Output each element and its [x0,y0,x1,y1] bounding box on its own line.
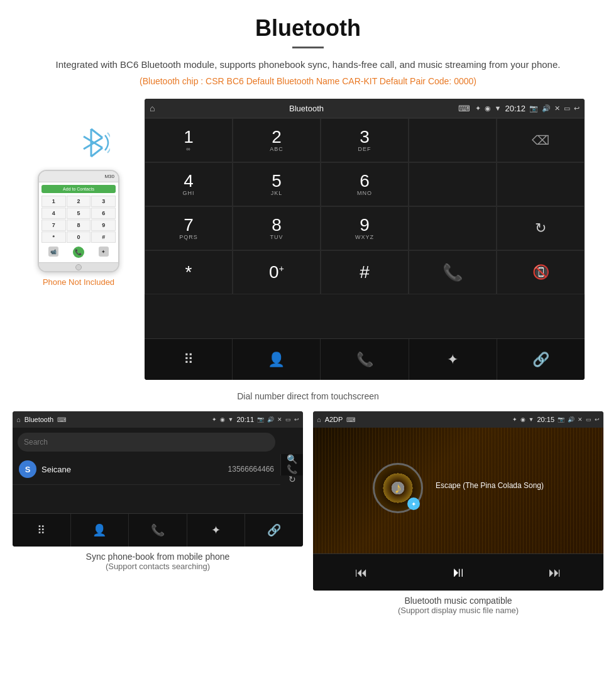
contact-row[interactable]: S Seicane 13566664466 [13,454,280,485]
back-status-icon[interactable]: ↩ [574,104,580,113]
backspace-btn[interactable]: ⌫ [497,118,585,162]
device-screen: ⌂ Bluetooth ⌨ ✦ ◉ ▼ 20:12 📷 🔊 ✕ ▭ ↩ [145,99,585,380]
bluetooth-status-icon: ✦ [475,104,481,113]
pb-bottom-grid[interactable]: ⠿ [13,514,71,547]
pb-bottom-person[interactable]: 👤 [71,514,129,547]
call-red-btn[interactable]: 📵 [497,250,585,294]
key-0[interactable]: 0+ [233,250,321,294]
music-vinyl: ♪ ✦ [373,463,423,513]
key-5[interactable]: 5JKL [233,162,321,206]
usb-icon: ⌨ [458,104,470,113]
main-section: M30 Add to Contacts 1 2 3 4 5 6 7 8 9 * … [0,99,616,380]
music-next-btn[interactable]: ⏭ [539,562,571,584]
music-song-title: Escape (The Pina Colada Song) [436,481,544,490]
music-status-right: ✦ ◉ ▼ 20:15 📷 🔊 ✕ ▭ ↩ [512,416,600,423]
mu-loc-icon: ◉ [520,416,525,423]
bottom-panels: ⌂ Bluetooth ⌨ ✦ ◉ ▼ 20:11 📷 🔊 ✕ ▭ ↩ [0,411,616,633]
phone-key-7[interactable]: 7 [41,219,66,231]
phone-key-9[interactable]: 9 [91,219,116,231]
mu-sig-icon: ▼ [529,416,534,423]
phonebook-home-icon[interactable]: ⌂ [16,416,21,423]
page-description: Integrated with BC6 Bluetooth module, su… [25,57,591,72]
page-title: Bluetooth [25,15,591,42]
phonebook-search[interactable]: Search [18,433,275,452]
empty-cell-1 [409,118,497,162]
reload-btn[interactable]: ↻ [497,206,585,250]
phonebook-panel: ⌂ Bluetooth ⌨ ✦ ◉ ▼ 20:11 📷 🔊 ✕ ▭ ↩ [13,411,303,547]
signal-status-icon: ▼ [495,104,502,112]
music-status-bar: ⌂ A2DP ⌨ ✦ ◉ ▼ 20:15 📷 🔊 ✕ ▭ ↩ [313,411,603,428]
music-usb-icon: ⌨ [346,416,355,423]
mu-win-icon: ▭ [586,416,591,423]
phonebook-caption-line1: Sync phone-book from mobile phone [13,547,303,562]
music-play-btn[interactable]: ⏯ [441,560,475,584]
dialer-person-icon[interactable]: 👤 [233,339,321,380]
key-3[interactable]: 3DEF [321,118,409,162]
call-green-btn[interactable]: 📞 [409,250,497,294]
dialer-bluetooth-icon[interactable]: ✦ [409,339,497,380]
pb-bottom-bt[interactable]: ✦ [187,514,246,547]
phonebook-reload-icon[interactable]: ↻ [289,474,296,484]
music-note-icon: ♪ [394,479,402,497]
phone-key-8[interactable]: 8 [67,219,91,231]
dialer-grid-icon[interactable]: ⠿ [145,339,233,380]
pb-bt-icon: ✦ [212,416,217,423]
phone-key-1[interactable]: 1 [41,196,66,207]
key-4[interactable]: 4GHI [145,162,233,206]
phone-key-6[interactable]: 6 [91,208,116,219]
mu-back-icon[interactable]: ↩ [595,416,600,423]
phone-key-3[interactable]: 3 [91,196,116,207]
phone-extra-btn[interactable]: ✦ [99,247,109,257]
music-status-title: A2DP [325,416,343,423]
phonebook-content: Search S Seicane 13566664466 [13,433,303,485]
phone-key-0[interactable]: 0 [67,231,91,243]
key-1[interactable]: 1∞ [145,118,233,162]
empty-cell-4 [409,206,497,250]
key-hash[interactable]: # [321,250,409,294]
phone-add-contacts: Add to Contacts [41,185,116,193]
phone-body: M30 Add to Contacts 1 2 3 4 5 6 7 8 9 * … [38,170,119,272]
phone-key-star[interactable]: * [41,231,66,243]
phone-key-2[interactable]: 2 [67,196,91,207]
phonebook-status-right: ✦ ◉ ▼ 20:11 📷 🔊 ✕ ▭ ↩ [212,416,299,423]
phonebook-area: Search S Seicane 13566664466 🔍 📞 ↻ [13,433,303,508]
key-2[interactable]: 2ABC [233,118,321,162]
dialer-phone-icon[interactable]: 📞 [321,339,409,380]
page-header: Bluetooth Integrated with BC6 Bluetooth … [0,0,616,99]
key-6[interactable]: 6MNO [321,162,409,206]
phone-key-4[interactable]: 4 [41,208,66,219]
phonebook-phone-icon[interactable]: 📞 [287,464,297,474]
phone-call-btn[interactable]: 📞 [73,247,84,258]
status-title: Bluetooth [160,104,453,113]
pb-bottom-link[interactable]: 🔗 [245,514,303,547]
music-controls: ⏮ ⏯ ⏭ [313,553,603,591]
dialer-link-icon[interactable]: 🔗 [497,339,585,380]
pb-back-icon[interactable]: ↩ [294,416,299,423]
window-status-icon: ▭ [564,104,570,113]
phone-home-btn[interactable] [39,262,118,271]
phone-screen: Add to Contacts 1 2 3 4 5 6 7 8 9 * 0 # … [39,182,118,262]
key-7[interactable]: 7PQRS [145,206,233,250]
key-9[interactable]: 9WXYZ [321,206,409,250]
music-home-icon[interactable]: ⌂ [317,416,321,423]
status-right-icons: ✦ ◉ ▼ 20:12 📷 🔊 ✕ ▭ ↩ [475,104,580,113]
page-specs: (Bluetooth chip : CSR BC6 Default Blueto… [25,76,591,86]
pb-close-icon: ✕ [277,416,282,423]
contact-number: 13566664466 [228,465,274,474]
pb-sig-icon: ▼ [228,416,234,423]
key-8[interactable]: 8TUV [233,206,321,250]
phone-key-hash[interactable]: # [91,231,116,243]
title-divider [292,47,324,48]
phone-video-btn[interactable]: 📹 [48,247,58,257]
empty-cell-2 [409,162,497,206]
phone-mockup-wrap: M30 Add to Contacts 1 2 3 4 5 6 7 8 9 * … [13,99,145,287]
music-player: ♪ ✦ Escape (The Pina Colada Song) // Wil… [313,428,603,553]
pb-bottom-phone[interactable]: 📞 [129,514,187,547]
music-prev-btn[interactable]: ⏮ [345,562,378,584]
key-star[interactable]: * [145,250,233,294]
phonebook-search-icon[interactable]: 🔍 [287,454,297,464]
home-icon[interactable]: ⌂ [150,103,155,113]
location-status-icon: ◉ [485,104,491,113]
phonebook-time: 20:11 [236,416,254,423]
phone-key-5[interactable]: 5 [67,208,91,219]
